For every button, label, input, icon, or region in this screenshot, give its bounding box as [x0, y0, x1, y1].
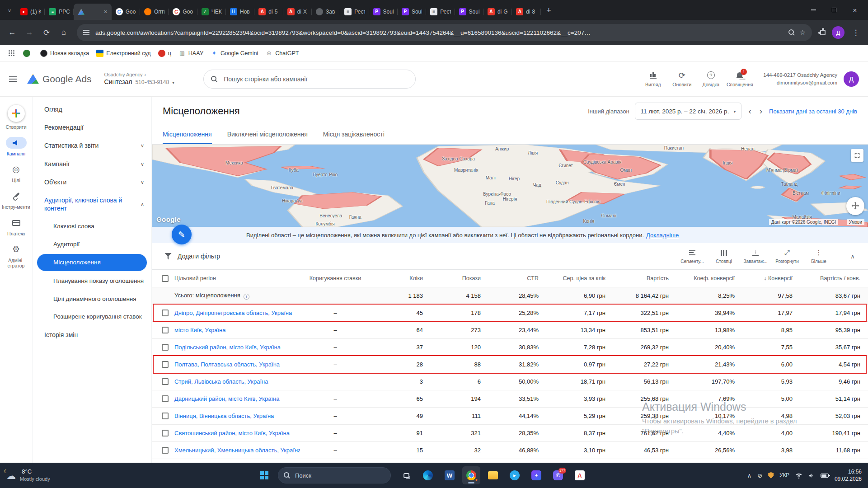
- word-icon[interactable]: W: [441, 466, 459, 484]
- url-input[interactable]: [94, 29, 784, 37]
- header-action-button[interactable]: ⟳ Оновити: [667, 71, 696, 87]
- nav-item[interactable]: Кампанії ∨: [33, 155, 151, 173]
- browser-tab[interactable]: A di-5: [254, 4, 283, 20]
- apps-grid-icon[interactable]: [8, 50, 15, 57]
- nav-item[interactable]: Аудиторії: [33, 235, 151, 253]
- file-explorer-icon[interactable]: [484, 466, 502, 484]
- nav-item[interactable]: Розширене коригування ставок: [33, 308, 151, 326]
- page-tab[interactable]: Виключені місцеположення: [227, 126, 308, 144]
- bookmark-item[interactable]: Новая вкладка: [37, 48, 92, 59]
- browser-tab[interactable]: ▸ (1) K: [16, 4, 45, 20]
- gads-search-input[interactable]: [223, 75, 408, 83]
- tab-close-icon[interactable]: ×: [103, 8, 107, 15]
- taskbar-search[interactable]: [278, 467, 391, 483]
- region-link[interactable]: Дарницький район, місто Київ, Україна: [174, 395, 280, 402]
- browser-tab[interactable]: Зав: [312, 4, 340, 20]
- nav-item[interactable]: Ключові слова: [33, 217, 151, 235]
- browser-tab[interactable]: P Soul: [369, 4, 398, 20]
- map-fullscreen-button[interactable]: [851, 149, 863, 162]
- app-a-icon[interactable]: A: [571, 466, 589, 484]
- region-link[interactable]: Дніпро, Дніпропетровська область, Україн…: [174, 310, 292, 316]
- browser-menu-icon[interactable]: ⋮: [848, 25, 863, 40]
- browser-tab[interactable]: P Soul: [455, 4, 483, 20]
- nav-item[interactable]: Місцеположення: [37, 254, 147, 271]
- close-button[interactable]: ×: [845, 0, 865, 20]
- omnibox[interactable]: ☆: [77, 24, 812, 41]
- table-action-button[interactable]: Стовпці: [708, 249, 740, 264]
- telegram-icon[interactable]: ▸: [506, 466, 524, 484]
- date-prev-icon[interactable]: ‹: [747, 106, 752, 116]
- nav-item[interactable]: Аудиторії, ключові слова й контент ∧: [33, 191, 151, 217]
- date-next-icon[interactable]: ›: [758, 106, 764, 116]
- bookmark-star-icon[interactable]: ☆: [800, 28, 806, 37]
- nav-item[interactable]: Огляд: [33, 100, 151, 118]
- row-checkbox[interactable]: [162, 430, 169, 436]
- row-checkbox[interactable]: [162, 361, 169, 368]
- column-header[interactable]: ↓ Конверсії: [764, 275, 793, 282]
- browser-tab[interactable]: ≡ Рест: [340, 4, 369, 20]
- page-tab[interactable]: Місця зацікавленості: [323, 126, 385, 144]
- browser-tab[interactable]: ×: [74, 4, 112, 20]
- browser-tab[interactable]: ≡ Рест: [426, 4, 455, 20]
- page-tab[interactable]: Місцеположення: [163, 126, 212, 144]
- zoom-icon[interactable]: [788, 29, 795, 36]
- table-action-button[interactable]: ⋮ Більше: [803, 249, 835, 264]
- row-checkbox[interactable]: [162, 395, 169, 402]
- column-header[interactable]: Коеф. конверсії: [694, 275, 735, 282]
- region-link[interactable]: місто Київ, Україна: [174, 327, 225, 333]
- browser-tab[interactable]: G Goo: [169, 4, 197, 20]
- nav-item[interactable]: Рекомендації: [33, 118, 151, 136]
- column-header[interactable]: Покази: [462, 275, 481, 282]
- battery-icon[interactable]: [821, 474, 829, 478]
- column-header[interactable]: Цільовий регіон: [174, 275, 216, 282]
- edge-icon[interactable]: [419, 466, 437, 484]
- map-terms-link[interactable]: Умови: [847, 219, 864, 225]
- bookmark-item[interactable]: ▥ НААУ: [175, 48, 206, 59]
- table-action-button[interactable]: Завантаж...: [740, 249, 771, 264]
- tray-expand-icon[interactable]: ∧: [747, 473, 752, 479]
- hamburger-menu-icon[interactable]: [9, 76, 17, 82]
- rail-item[interactable]: Платежі: [0, 213, 32, 240]
- rail-item[interactable]: ◎ Цілі: [0, 160, 32, 187]
- new-tab-button[interactable]: +: [543, 4, 555, 17]
- browser-tab[interactable]: Н Нов: [226, 4, 254, 20]
- task-view-icon[interactable]: [397, 466, 415, 484]
- edit-locations-fab[interactable]: ✎: [172, 225, 192, 244]
- tab-search-button[interactable]: ∨: [4, 5, 15, 16]
- row-checkbox[interactable]: [162, 413, 169, 419]
- region-link[interactable]: Подільський район, місто Київ, Україна: [174, 344, 281, 351]
- nav-item[interactable]: Статистика й звіти ∨: [33, 136, 151, 155]
- defender-icon[interactable]: [768, 472, 774, 479]
- viber-icon[interactable]: ✆ 177: [549, 466, 567, 484]
- extensions-icon[interactable]: [820, 30, 826, 35]
- back-button[interactable]: ←: [5, 25, 20, 40]
- taskbar-search-input[interactable]: [294, 472, 385, 479]
- nav-item[interactable]: Цілі динамічного оголошення: [33, 290, 151, 308]
- world-map[interactable]: МексикаКубаПуерто-РікоГватемалаНікараґуа…: [152, 145, 868, 227]
- browser-tab[interactable]: G Goo: [112, 4, 140, 20]
- rail-item[interactable]: Інстру-менти: [0, 187, 32, 213]
- region-link[interactable]: Хмельницький, Хмельницька область, Украї…: [174, 447, 300, 454]
- wifi-icon[interactable]: [795, 473, 802, 479]
- browser-tab[interactable]: A di-X: [283, 4, 312, 20]
- language-indicator[interactable]: УКР: [779, 473, 789, 478]
- chrome-icon[interactable]: ●: [462, 466, 480, 484]
- map-pan-button[interactable]: [846, 197, 864, 215]
- region-link[interactable]: Полтава, Полтавська область, Україна: [174, 361, 280, 368]
- gads-search[interactable]: [203, 70, 416, 89]
- column-header[interactable]: Сер. ціна за клік: [563, 275, 605, 282]
- region-link[interactable]: Вінниця, Вінницька область, Україна: [174, 413, 274, 419]
- row-checkbox[interactable]: [162, 447, 169, 454]
- add-filter-button[interactable]: Додати фільтр: [164, 253, 220, 260]
- region-link[interactable]: Святошинський район, місто Київ, Україна: [174, 430, 290, 436]
- select-all-checkbox[interactable]: [162, 275, 169, 282]
- browser-tab[interactable]: ≡ PPC: [45, 4, 73, 20]
- collapse-table-icon[interactable]: ∧: [845, 253, 861, 260]
- row-checkbox[interactable]: [162, 378, 169, 385]
- last-30-days-link[interactable]: Показати дані за останні 30 днів: [769, 108, 857, 115]
- account-breadcrumb[interactable]: Osadchiy Agency› Синтезал 510-453-9148 ▾: [104, 72, 175, 86]
- date-range-picker[interactable]: 11 лют. 2025 р. – 22 січ. 2026 р. ▾: [635, 103, 742, 120]
- bookmark-item[interactable]: ⊛ ChatGPT: [262, 48, 302, 59]
- column-header[interactable]: Коригування ставки: [310, 275, 361, 282]
- nav-item[interactable]: Об'єкти ∨: [33, 173, 151, 191]
